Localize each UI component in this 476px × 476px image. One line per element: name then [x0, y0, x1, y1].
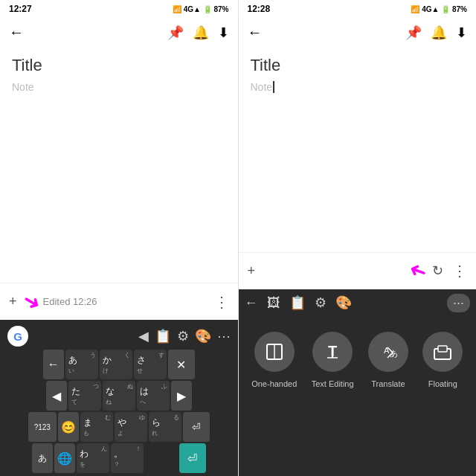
right-kb-back[interactable]: ← — [245, 295, 258, 311]
kb-arrow-left[interactable]: ◀ — [138, 328, 149, 344]
kb-key-ka[interactable]: く か け — [100, 350, 132, 379]
right-note-area: Title Note — [239, 47, 477, 252]
right-status-icons: 📶 4G▲ 🔋 87% — [411, 5, 467, 13]
kb-key-123[interactable]: ?123 — [28, 412, 57, 442]
svg-text:A: A — [384, 346, 390, 355]
kb-key-emoji[interactable]: 😊 — [58, 412, 79, 442]
kb-settings-icon[interactable]: ⚙ — [177, 328, 189, 344]
right-note-placeholder[interactable]: Note — [251, 81, 273, 93]
right-download-icon[interactable]: ⬇ — [456, 25, 467, 41]
right-more-button[interactable]: ⋮ — [452, 262, 467, 280]
right-pane: ← 📌 🔔 ⬇ Title Note + ➜ ↻ ⋮ — [239, 18, 477, 476]
left-pane: ← 📌 🔔 ⬇ Title Note + ➜ Edited 12:26 ⋮ G — [0, 18, 239, 476]
right-toolbar: ← 📌 🔔 ⬇ — [239, 18, 477, 47]
svg-rect-5 — [438, 346, 447, 352]
kb-key-globe[interactable]: 🌐 — [54, 443, 75, 473]
right-add-button[interactable]: + — [248, 263, 256, 279]
left-toolbar: ← 📌 🔔 ⬇ — [0, 18, 238, 47]
left-edited-label: Edited 12:26 — [43, 296, 97, 307]
right-kb-palette[interactable]: 🎨 — [335, 295, 352, 311]
right-notification-icon[interactable]: 🔔 — [431, 25, 447, 41]
left-time: 12:27 — [9, 4, 32, 14]
right-bottom-bar: + ➜ ↻ ⋮ — [239, 252, 477, 289]
google-g-button[interactable]: G — [7, 326, 28, 347]
right-kb-clipboard[interactable]: 📋 — [289, 295, 306, 311]
left-note-title: Title — [12, 56, 226, 75]
kb-key-backspace-left[interactable]: ← — [43, 350, 64, 379]
right-pink-arrow: ➜ — [405, 257, 430, 286]
left-pink-arrow: ➜ — [18, 286, 45, 316]
kb-key-ta[interactable]: つ た て — [68, 381, 101, 411]
mode-text-editing[interactable]: T Text Editing — [312, 332, 354, 468]
left-keyboard: G ◀ 📋 ⚙ 🎨 ⋯ ← う あ い く か け — [0, 320, 238, 476]
mode-options-container: One-handed T Text Editing — [239, 317, 477, 477]
kb-key-ma[interactable]: む ま も — [80, 412, 113, 442]
left-status-icons: 📶 4G▲ 🔋 87% — [173, 5, 229, 13]
right-redo-button[interactable]: ↻ — [432, 263, 443, 279]
left-note-area: Title Note — [0, 47, 238, 283]
kb-key-ra[interactable]: る ら れ — [149, 412, 181, 442]
kb-more-icon[interactable]: ⋯ — [217, 328, 231, 344]
mode-one-handed[interactable]: One-handed — [251, 332, 297, 468]
mode-translate-label: Translate — [371, 379, 405, 388]
kb-palette-icon[interactable]: 🎨 — [195, 328, 211, 344]
kb-key-wa[interactable]: ん わ を — [77, 443, 109, 473]
mode-floating[interactable]: Floating — [422, 332, 463, 468]
mode-translate[interactable]: A あ Translate — [368, 332, 408, 468]
kb-key-punctuation[interactable]: ！ 。 ？ — [111, 443, 144, 473]
left-back-button[interactable]: ← — [9, 24, 24, 41]
kb-key-ha[interactable]: ふ は へ — [137, 381, 170, 411]
left-notification-icon[interactable]: 🔔 — [193, 25, 209, 41]
kb-key-ya[interactable]: ゆ や よ — [115, 412, 147, 442]
kb-key-enter-top[interactable]: ⏎ — [183, 412, 210, 442]
right-pin-icon[interactable]: 📌 — [405, 25, 422, 41]
mode-one-handed-label: One-handed — [251, 379, 297, 388]
kb-key-enter-green[interactable]: ⏎ — [179, 443, 206, 473]
kb-key-delete[interactable]: ✕ — [168, 350, 195, 379]
right-back-button[interactable]: ← — [248, 24, 263, 41]
right-note-title: Title — [251, 56, 465, 75]
kb-key-right[interactable]: ▶ — [171, 381, 192, 411]
left-more-button[interactable]: ⋮ — [214, 293, 229, 311]
kb-clipboard-icon[interactable]: 📋 — [155, 328, 171, 344]
right-kb-toolbar: ← 🖼 📋 ⚙ 🎨 ··· — [239, 289, 477, 317]
left-battery: 87% — [213, 5, 228, 13]
kb-key-a-row[interactable]: う あ い — [65, 350, 98, 379]
kb-key-hiragana[interactable]: あ — [32, 443, 53, 473]
right-battery: 87% — [452, 5, 467, 13]
left-bottom-bar: + ➜ Edited 12:26 ⋮ — [0, 283, 238, 320]
left-pin-icon[interactable]: 📌 — [167, 25, 184, 41]
left-note-placeholder: Note — [12, 81, 226, 93]
kb-key-sa[interactable]: す さ せ — [134, 350, 167, 379]
left-download-icon[interactable]: ⬇ — [218, 25, 229, 41]
kb-key-na[interactable]: ぬ な ね — [103, 381, 135, 411]
right-time: 12:28 — [248, 4, 271, 14]
left-add-button[interactable]: + — [9, 294, 17, 309]
mode-text-editing-label: Text Editing — [312, 379, 354, 388]
right-kb-sticker[interactable]: 🖼 — [267, 295, 280, 311]
mode-floating-label: Floating — [428, 379, 457, 388]
right-kb-settings[interactable]: ⚙ — [315, 295, 327, 311]
right-kb-more[interactable]: ··· — [447, 294, 470, 312]
kb-key-left[interactable]: ◀ — [46, 381, 67, 411]
